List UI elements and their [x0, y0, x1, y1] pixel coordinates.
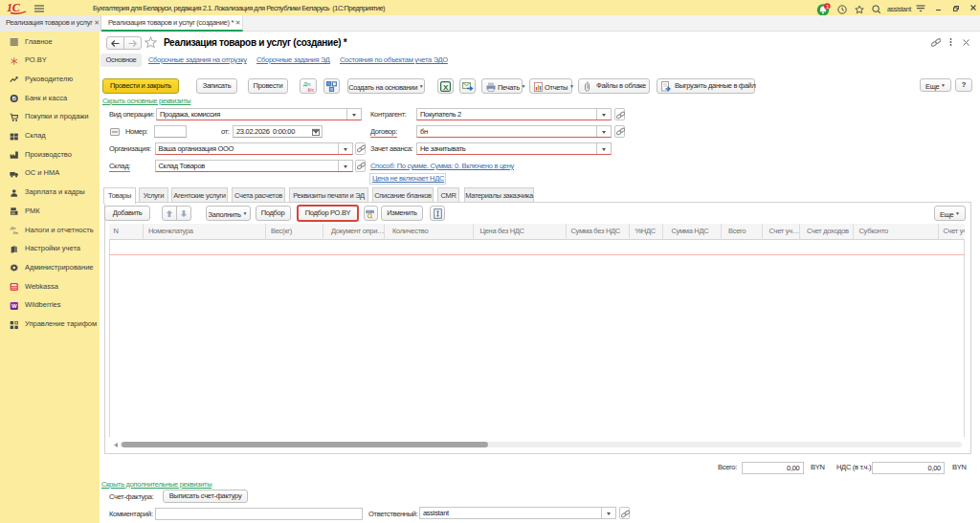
svg-text:Кт: Кт	[307, 87, 314, 93]
svg-text:X: X	[443, 83, 449, 92]
